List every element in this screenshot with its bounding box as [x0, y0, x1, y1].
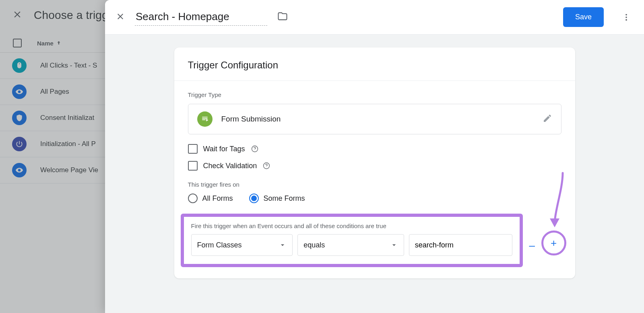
conditions-highlight: Fire this trigger when an Event occurs a… [181, 214, 523, 267]
remove-condition-button[interactable]: – [529, 239, 535, 252]
radio-icon [188, 194, 198, 203]
form-submit-icon [197, 111, 213, 127]
trigger-config-card: Trigger Configuration Trigger Type Form … [174, 47, 575, 278]
more-menu-button[interactable] [617, 8, 635, 26]
condition-variable-select[interactable]: Form Classes [191, 234, 293, 256]
folder-icon[interactable] [277, 11, 288, 24]
condition-operator-select[interactable]: equals [297, 234, 404, 256]
chevron-down-icon [279, 241, 287, 249]
save-button[interactable]: Save [563, 7, 604, 27]
help-icon[interactable] [251, 145, 259, 153]
add-condition-button[interactable]: + [541, 231, 566, 255]
card-title: Trigger Configuration [174, 47, 575, 80]
checkbox[interactable] [188, 161, 198, 171]
radio-icon [249, 194, 259, 203]
trigger-name-input[interactable] [135, 9, 267, 26]
conditions-label: Fire this trigger when an Event occurs a… [191, 222, 512, 229]
trigger-type-row[interactable]: Form Submission [188, 104, 561, 134]
trigger-type-value: Form Submission [221, 115, 534, 124]
fires-on-label: This trigger fires on [174, 171, 575, 191]
svg-point-2 [625, 19, 627, 21]
condition-value-input[interactable] [409, 234, 512, 256]
radio-some-forms[interactable]: Some Forms [249, 194, 305, 203]
checkbox[interactable] [188, 144, 198, 154]
editor-panel: Save Trigger Configuration Trigger Type … [105, 0, 644, 313]
more-vert-icon [622, 13, 631, 22]
fires-on-radios: All Forms Some Forms [174, 191, 575, 210]
highlight-arrow [541, 171, 569, 231]
type-label: Trigger Type [174, 81, 575, 104]
help-icon[interactable] [262, 162, 270, 170]
edit-icon[interactable] [543, 113, 552, 125]
close-icon[interactable] [116, 12, 125, 23]
panel-header: Save [105, 0, 644, 35]
svg-point-0 [625, 14, 627, 15]
wait-for-tags-option[interactable]: Wait for Tags [188, 144, 561, 154]
chevron-down-icon [390, 241, 398, 249]
check-validation-option[interactable]: Check Validation [188, 161, 561, 171]
plus-icon: + [551, 237, 557, 249]
radio-all-forms[interactable]: All Forms [188, 194, 233, 203]
svg-point-1 [625, 16, 627, 18]
